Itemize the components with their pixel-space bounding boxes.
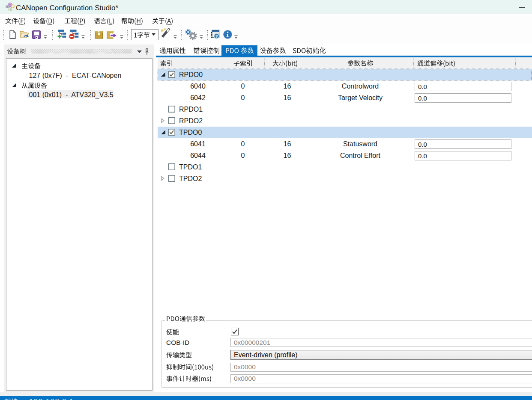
svg-text:?: ? [215,34,218,39]
